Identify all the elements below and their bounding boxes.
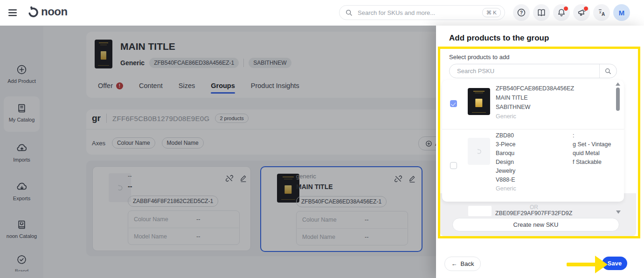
- docs-button[interactable]: [533, 4, 550, 21]
- brand-name: noon: [41, 5, 68, 18]
- svg-text:?: ?: [520, 10, 523, 15]
- global-search[interactable]: ⌘ K: [339, 5, 505, 20]
- panel-title: Add products to the group: [449, 34, 549, 43]
- tab-groups[interactable]: Groups: [211, 82, 235, 89]
- arrow-annotation-shaft: [567, 263, 596, 266]
- result-row[interactable]: ZFB540FCAE86ED38A456EZ MAIN TITLE SABITH…: [442, 80, 624, 107]
- offer-alert-badge: !: [116, 82, 123, 89]
- axis-chip-colour[interactable]: Colour Name: [112, 137, 155, 149]
- plus-circle-icon: [425, 140, 432, 147]
- search-icon: [345, 9, 353, 17]
- result-brand: Generic: [496, 112, 574, 121]
- group-header-card: gr ZFF6F5CB0B1279D08E9E0G 2 products Axe…: [86, 109, 440, 155]
- sidebar-item-brand[interactable]: Brand: [0, 254, 43, 271]
- language-button[interactable]: xA: [593, 4, 610, 21]
- variant-title: --: [128, 183, 132, 190]
- product-brand: Generic: [120, 59, 145, 67]
- plus-circle-icon: [0, 64, 43, 75]
- result-title: MAIN TITLE: [496, 93, 574, 102]
- help-icon: ?: [517, 8, 526, 17]
- search-results-list: ZFB540FCAE86ED38A456EZ MAIN TITLE SABITH…: [442, 80, 624, 202]
- unlink-icon[interactable]: [225, 174, 234, 183]
- group-name: gr: [92, 113, 101, 123]
- variant-card-1[interactable]: -- -- ZABBF46F8F21862C2ED5CZ-1 Colour Na…: [92, 166, 251, 251]
- cloud-download-icon: [0, 181, 43, 193]
- edit-pencil-icon[interactable]: [239, 174, 248, 183]
- notifications-button[interactable]: [553, 4, 570, 21]
- badge-divider: [243, 59, 244, 67]
- announcements-badge: [584, 7, 588, 11]
- unlink-icon[interactable]: [394, 175, 402, 183]
- sidebar-item-my-catalog[interactable]: My Catalog: [0, 102, 43, 122]
- help-button[interactable]: ?: [513, 4, 530, 21]
- result-image-placeholder: [468, 205, 492, 217]
- tab-content[interactable]: Content: [139, 82, 163, 89]
- variant-brand: generic: [296, 173, 316, 180]
- noon-logo[interactable]: noon: [27, 5, 68, 18]
- global-search-input[interactable]: [357, 9, 482, 17]
- translate-icon: xA: [597, 8, 606, 17]
- back-button[interactable]: ← Back: [444, 257, 481, 271]
- variant-attributes: Colour Name -- Model Name --: [296, 211, 408, 245]
- checkbox-checked[interactable]: [450, 100, 457, 107]
- tab-sizes[interactable]: Sizes: [179, 82, 195, 89]
- arrow-left-icon: ←: [451, 260, 457, 267]
- result-sku: ZFB540FCAE86ED38A456EZ: [496, 84, 574, 93]
- seal-check-icon: [0, 254, 43, 265]
- edit-pencil-icon[interactable]: [408, 175, 416, 183]
- attr-row-colour: Colour Name --: [297, 211, 408, 228]
- app-window: noon ⌘ K ?: [0, 0, 644, 278]
- sidebar: Add Product My Catalog Imports Exports n…: [0, 26, 43, 278]
- variant-sku-badge: ZFB540FCAE86ED38A456EZ-1: [296, 196, 387, 207]
- book-icon: [537, 8, 546, 17]
- topbar: noon ⌘ K ?: [0, 0, 644, 26]
- group-card-divider: [86, 129, 440, 129]
- group-divider: [106, 114, 107, 123]
- list-divider: [442, 129, 624, 129]
- or-label: OR: [436, 204, 632, 210]
- axes-label: Axes: [92, 140, 105, 147]
- arrow-annotation-head: [595, 256, 608, 273]
- announcements-button[interactable]: [573, 4, 590, 21]
- sidebar-item-imports[interactable]: Imports: [0, 142, 43, 163]
- variant-brand: --: [128, 172, 132, 179]
- variant-card-2-selected[interactable]: generic MAIN TITLE ZFB540FCAE86ED38A456E…: [260, 166, 422, 252]
- search-icon[interactable]: [599, 64, 616, 78]
- tab-offer[interactable]: Offer !: [98, 82, 123, 89]
- user-avatar[interactable]: M: [613, 4, 630, 21]
- sidebar-item-noon-catalog[interactable]: noon Catalog: [0, 219, 43, 239]
- scroll-up-icon[interactable]: [616, 82, 620, 86]
- result-store: SABITHNEW: [496, 102, 574, 112]
- svg-text:A: A: [602, 12, 605, 17]
- sidebar-item-exports[interactable]: Exports: [0, 181, 43, 201]
- attr-row-model: Model Name --: [128, 228, 239, 245]
- sidebar-item-add-product[interactable]: Add Product: [0, 64, 43, 84]
- catalog-book-icon: [0, 102, 43, 114]
- menu-icon[interactable]: [7, 7, 18, 18]
- attr-row-model: Model Name --: [297, 229, 408, 245]
- product-image: [95, 40, 112, 68]
- variant-title: MAIN TITLE: [296, 183, 333, 190]
- cloud-upload-icon: [0, 142, 43, 154]
- product-sku-badge: ZFB540FCAE86ED38A456EZ-1: [149, 58, 239, 68]
- select-products-label: Select products to add: [449, 54, 509, 61]
- psku-search[interactable]: [449, 64, 617, 78]
- axis-chip-model[interactable]: Model Name: [162, 137, 204, 149]
- tab-product-insights[interactable]: Product Insights: [251, 82, 299, 89]
- noon-logo-icon: [27, 6, 40, 18]
- avatar-initial: M: [619, 9, 625, 17]
- result-brand: Generic: [496, 184, 516, 193]
- psku-search-input[interactable]: [456, 67, 599, 75]
- checkbox-unchecked[interactable]: [450, 162, 457, 169]
- page-title: MAIN TITLE: [120, 41, 175, 52]
- scroll-down-icon[interactable]: [616, 210, 621, 214]
- create-new-sku-button[interactable]: Create new SKU: [452, 218, 619, 231]
- group-count-badge: 2 products: [215, 114, 248, 123]
- scrollbar-thumb[interactable]: [616, 88, 620, 111]
- result-text-right: : g Set - Vintage quid Metal f Stackable: [573, 131, 611, 167]
- store-badge: SABITHNEW: [249, 58, 291, 68]
- result-row-sku[interactable]: ZBE09EF29AF907FF32FD9Z: [495, 210, 572, 217]
- result-image: [468, 88, 490, 115]
- notifications-badge: [564, 7, 568, 11]
- noon-book-icon: [0, 219, 43, 231]
